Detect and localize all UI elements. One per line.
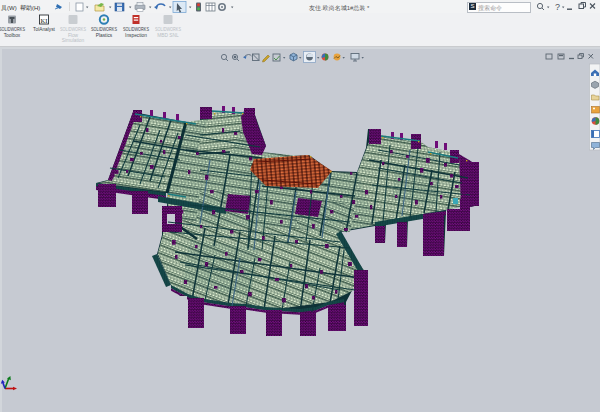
svg-text:KI: KI [41, 17, 48, 24]
svg-text:Plastics: Plastics [96, 33, 113, 38]
svg-text:Toolbox: Toolbox [4, 33, 21, 38]
svg-text:Inspection: Inspection [125, 33, 147, 38]
svg-text:Flow: Flow [68, 33, 79, 38]
svg-text:?: ? [555, 2, 560, 12]
svg-text:SOLIDWORKS: SOLIDWORKS [60, 27, 86, 32]
svg-text:SOLIDWORKS: SOLIDWORKS [123, 27, 149, 32]
svg-text:SOLIDWORKS: SOLIDWORKS [91, 27, 117, 32]
svg-text:SOLIDWORKS: SOLIDWORKS [0, 27, 25, 32]
svg-text:Simulation: Simulation [62, 38, 85, 43]
svg-text:SOLIDWORKS: SOLIDWORKS [155, 27, 181, 32]
svg-text:TolAnalyst: TolAnalyst [33, 27, 56, 32]
svg-text:MBD SNL: MBD SNL [157, 33, 179, 38]
